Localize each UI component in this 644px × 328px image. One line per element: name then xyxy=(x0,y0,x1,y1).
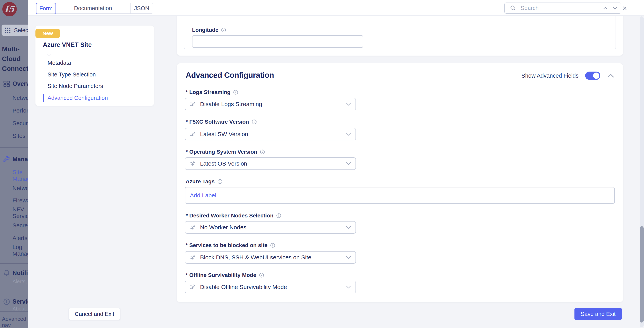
info-icon[interactable] xyxy=(270,242,276,248)
logs-streaming-label: * Logs Streaming xyxy=(186,89,230,95)
sidebar-divider xyxy=(0,69,28,69)
step-metadata[interactable]: Metadata xyxy=(48,60,71,66)
offline-survivability-value: Disable Offline Survivability Mode xyxy=(200,284,346,290)
coordinates-subsection: Longitude xyxy=(184,16,616,49)
overview-grid-icon xyxy=(3,80,10,88)
site-node-parameters-card: Longitude xyxy=(177,16,623,56)
search-box xyxy=(504,3,622,14)
step-site-type-selection[interactable]: Site Type Selection xyxy=(48,71,96,78)
sidebar-item-log-management[interactable]: Log Management xyxy=(12,244,28,257)
tab-documentation[interactable]: Documentation xyxy=(56,3,130,14)
os-version-label-row: * Operating System Version xyxy=(186,149,265,155)
section-controls: Show Advanced Fields xyxy=(522,72,614,80)
chevron-down-icon xyxy=(346,162,351,165)
chevron-down-icon xyxy=(346,256,351,259)
service-subtitle: About xyxy=(12,306,26,312)
advanced-nav-toggle[interactable]: Advanced nav xyxy=(2,316,28,328)
section-title: Advanced Configuration xyxy=(186,71,274,80)
bell-icon xyxy=(3,269,10,277)
show-advanced-fields-toggle[interactable] xyxy=(585,72,600,80)
save-and-exit-button[interactable]: Save and Exit xyxy=(574,308,622,320)
sidebar-item-alerts[interactable]: Alerts xyxy=(12,235,28,241)
selector-branch-icon xyxy=(190,224,196,231)
wrench-icon xyxy=(3,155,10,163)
wizard-divider xyxy=(36,54,154,54)
blocked-services-label-row: * Services to be blocked on site xyxy=(186,242,276,248)
worker-nodes-label-row: * Desired Worker Nodes Selection xyxy=(186,213,282,219)
step-site-node-parameters[interactable]: Site Node Parameters xyxy=(48,83,103,89)
longitude-label-row: Longitude xyxy=(192,27,226,33)
status-badge: New xyxy=(36,29,60,38)
f5xc-software-version-label: * F5XC Software Version xyxy=(186,119,249,125)
chevron-down-icon[interactable] xyxy=(612,5,618,12)
offline-survivability-label-row: * Offline Survivability Mode xyxy=(186,272,264,278)
modal-header: Form Documentation JSON xyxy=(28,0,644,16)
sidebar-section-overview[interactable]: Overview xyxy=(12,80,28,87)
f5xc-software-version-value: Latest SW Version xyxy=(200,131,346,137)
sidebar-item-firewall[interactable]: Firewall xyxy=(12,197,28,204)
info-icon[interactable] xyxy=(260,149,265,155)
selector-branch-icon xyxy=(190,101,196,108)
view-tabs: Form Documentation JSON xyxy=(36,3,153,14)
logs-streaming-value: Disable Logs Streaming xyxy=(200,101,346,107)
show-advanced-fields-label: Show Advanced Fields xyxy=(522,73,578,79)
sidebar-item-sites[interactable]: Sites xyxy=(12,133,26,139)
search-icon xyxy=(510,5,516,12)
scrollbar-thumb[interactable] xyxy=(640,226,644,322)
notifications-subtitle: Alerts, xyxy=(12,278,27,284)
sidebar-divider xyxy=(0,147,28,148)
chevron-up-icon[interactable] xyxy=(602,5,608,12)
sidebar-item-nfv-services[interactable]: NFV Services xyxy=(12,206,28,219)
worker-nodes-select[interactable]: No Worker Nodes xyxy=(185,221,356,234)
longitude-label: Longitude xyxy=(192,27,218,33)
info-icon[interactable] xyxy=(259,272,264,278)
sidebar-section-manage[interactable]: Manage xyxy=(12,156,28,163)
os-version-value: Latest OS Version xyxy=(200,160,346,167)
sidebar-item-security[interactable]: Security xyxy=(12,120,28,127)
search-input[interactable] xyxy=(521,5,594,11)
azure-tags-field[interactable]: Add Label xyxy=(185,187,615,204)
tab-json[interactable]: JSON xyxy=(130,3,153,14)
collapse-section-chevron-up-icon[interactable] xyxy=(607,73,614,78)
active-step-indicator xyxy=(43,94,44,102)
wizard-divider-notch xyxy=(47,52,51,56)
blocked-services-value: Block DNS, SSH & WebUI services on Site xyxy=(200,254,346,261)
sidebar-section-notifications[interactable]: Notifications xyxy=(12,269,28,276)
chevron-down-icon xyxy=(346,226,351,229)
offline-survivability-select[interactable]: Disable Offline Survivability Mode xyxy=(185,281,356,293)
sidebar-item-secrets[interactable]: Secrets xyxy=(12,222,28,229)
sidebar-item-site-management[interactable]: Site Management xyxy=(12,169,28,182)
info-icon[interactable] xyxy=(233,89,239,95)
logs-streaming-select[interactable]: Disable Logs Streaming xyxy=(185,98,356,110)
longitude-input[interactable] xyxy=(192,35,363,48)
add-label-button[interactable]: Add Label xyxy=(190,192,216,199)
namespace-select-button[interactable]: Select xyxy=(2,25,28,36)
sidebar: f5 Select Multi-Cloud Connect Overview N… xyxy=(0,0,28,328)
toggle-knob xyxy=(593,73,600,79)
sidebar-section-service[interactable]: Service xyxy=(12,298,28,305)
logs-streaming-label-row: * Logs Streaming xyxy=(186,89,239,95)
worker-nodes-value: No Worker Nodes xyxy=(200,224,346,231)
info-icon xyxy=(3,298,10,305)
os-version-select[interactable]: Latest OS Version xyxy=(185,157,356,170)
info-icon[interactable] xyxy=(276,213,282,219)
close-icon[interactable] xyxy=(622,5,628,12)
f5xc-software-version-select[interactable]: Latest SW Version xyxy=(185,128,356,140)
info-icon[interactable] xyxy=(221,27,226,33)
offline-survivability-label: * Offline Survivability Mode xyxy=(186,272,256,278)
selector-branch-icon xyxy=(190,131,196,138)
blocked-services-select[interactable]: Block DNS, SSH & WebUI services on Site xyxy=(185,251,356,264)
modal-body: New Azure VNET Site Metadata Site Type S… xyxy=(28,16,644,328)
sidebar-item-networking-manage[interactable]: Networking xyxy=(12,185,28,191)
select-label: Select xyxy=(14,27,28,34)
cancel-and-exit-button[interactable]: Cancel and Exit xyxy=(68,308,120,320)
info-icon[interactable] xyxy=(251,119,257,125)
info-icon[interactable] xyxy=(217,179,223,184)
step-advanced-configuration[interactable]: Advanced Configuration xyxy=(48,95,108,101)
worker-nodes-label: * Desired Worker Nodes Selection xyxy=(186,213,274,219)
tab-form[interactable]: Form xyxy=(36,3,56,14)
sidebar-item-networking[interactable]: Networking xyxy=(12,95,28,101)
sidebar-item-performance[interactable]: Performance xyxy=(12,107,28,114)
sidebar-divider xyxy=(0,311,28,312)
selector-branch-icon xyxy=(190,254,196,261)
